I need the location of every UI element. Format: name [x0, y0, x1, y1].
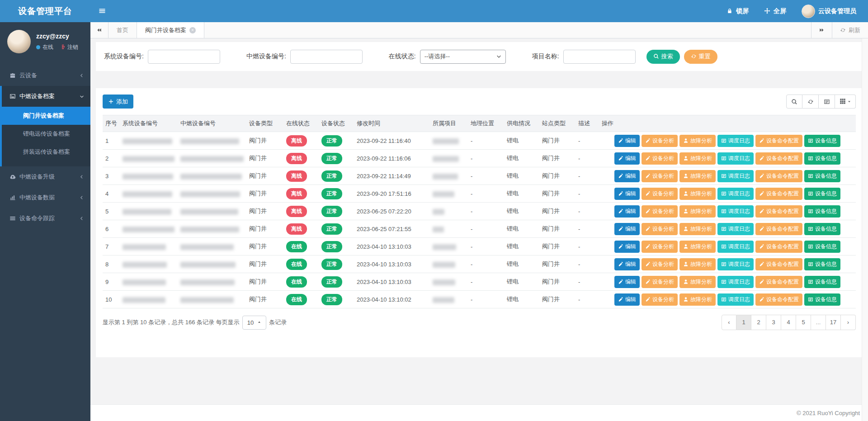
row-action-button[interactable]: 设备分析	[642, 293, 678, 306]
row-action-button[interactable]: 设备信息	[804, 188, 840, 200]
row-action-button[interactable]: 设备命令配置	[755, 170, 802, 182]
table-detail-view-button[interactable]	[819, 95, 835, 109]
row-action-button[interactable]: 调度日志	[717, 241, 754, 253]
tab-refresh-button[interactable]: 刷新	[832, 22, 868, 38]
lock-screen-button[interactable]: 锁屏	[726, 7, 749, 15]
row-action-button[interactable]: 故障分析	[679, 152, 716, 165]
row-action-button[interactable]: 调度日志	[717, 258, 754, 270]
tabs-scroll-left-button[interactable]	[90, 22, 108, 38]
row-action-button[interactable]: 调度日志	[717, 205, 754, 218]
row-action-button[interactable]: 编辑	[614, 135, 640, 147]
logout-button[interactable]: 注销	[60, 43, 78, 51]
page-button[interactable]: 3	[766, 315, 781, 330]
row-action-button[interactable]: 设备分析	[642, 276, 678, 288]
row-action-button[interactable]: 设备命令配置	[755, 276, 802, 288]
fullscreen-button[interactable]: 全屏	[764, 7, 786, 15]
sidebar-menu-item[interactable]: 中燃设备数据	[0, 187, 90, 208]
row-action-button[interactable]: 编辑	[614, 293, 640, 306]
row-action-button[interactable]: 设备分析	[642, 241, 678, 253]
row-action-button[interactable]: 设备信息	[804, 293, 840, 306]
tab-home[interactable]: 首页	[108, 22, 137, 38]
row-action-button[interactable]: 设备分析	[642, 188, 678, 200]
row-action-button[interactable]: 故障分析	[679, 135, 716, 147]
sidebar-toggle-button[interactable]	[90, 7, 114, 15]
row-action-button[interactable]: 设备分析	[642, 135, 678, 147]
row-action-button[interactable]: 设备信息	[804, 241, 840, 253]
page-button[interactable]: 1	[736, 315, 751, 330]
row-action-button[interactable]: 设备信息	[804, 135, 840, 147]
project-name-input[interactable]	[563, 50, 636, 64]
table-columns-button[interactable]	[835, 95, 856, 109]
row-action-button[interactable]: 调度日志	[717, 135, 754, 147]
page-button[interactable]: 17	[826, 315, 841, 330]
row-action-button[interactable]: 调度日志	[717, 152, 754, 165]
search-button[interactable]: 搜索	[646, 50, 680, 64]
row-action-button[interactable]: 故障分析	[679, 293, 716, 306]
table-refresh-button[interactable]	[802, 95, 819, 109]
sidebar-menu-item[interactable]: 中燃设备升级	[0, 166, 90, 187]
page-prev-button[interactable]: ‹	[722, 315, 736, 330]
row-action-button[interactable]: 编辑	[614, 258, 640, 270]
row-action-button[interactable]: 编辑	[614, 205, 640, 218]
row-action-button[interactable]: 设备信息	[804, 170, 840, 182]
tab-valve-well-archive[interactable]: 阀门井设备档案 ×	[137, 22, 204, 38]
row-action-button[interactable]: 设备信息	[804, 152, 840, 165]
page-button[interactable]: 2	[751, 315, 766, 330]
row-action-button[interactable]: 编辑	[614, 241, 640, 253]
row-action-button[interactable]: 故障分析	[679, 241, 716, 253]
row-action-button[interactable]: 设备命令配置	[755, 258, 802, 270]
row-action-button[interactable]: 设备命令配置	[755, 223, 802, 235]
system-device-no-input[interactable]	[148, 50, 220, 64]
sidebar-submenu-item[interactable]: 阀门井设备档案	[2, 107, 90, 125]
row-action-button[interactable]: 设备分析	[642, 223, 678, 235]
row-action-button[interactable]: 编辑	[614, 276, 640, 288]
row-action-button[interactable]: 编辑	[614, 152, 640, 165]
row-action-button[interactable]: 设备分析	[642, 258, 678, 270]
row-action-button[interactable]: 调度日志	[717, 293, 754, 306]
sidebar-menu-item[interactable]: 中燃设备档案	[2, 86, 90, 107]
sidebar-avatar[interactable]	[7, 30, 31, 53]
row-action-button[interactable]: 故障分析	[679, 188, 716, 200]
row-action-button[interactable]: 编辑	[614, 223, 640, 235]
page-button[interactable]: 5	[796, 315, 811, 330]
row-action-button[interactable]: 编辑	[614, 188, 640, 200]
row-action-button[interactable]: 设备命令配置	[755, 205, 802, 218]
row-action-button[interactable]: 调度日志	[717, 170, 754, 182]
online-status-select[interactable]: --请选择--	[420, 50, 506, 64]
tab-close-icon[interactable]: ×	[189, 27, 196, 33]
page-size-select[interactable]: 10	[242, 316, 266, 330]
sidebar-submenu-item[interactable]: 拼装远传设备档案	[2, 143, 90, 161]
scrollbar[interactable]	[862, 38, 868, 421]
row-action-button[interactable]: 故障分析	[679, 258, 716, 270]
zr-device-no-input[interactable]	[290, 50, 363, 64]
row-action-button[interactable]: 设备分析	[642, 205, 678, 218]
row-action-button[interactable]: 调度日志	[717, 223, 754, 235]
sidebar-menu-item[interactable]: 云设备	[0, 65, 90, 86]
row-action-button[interactable]: 设备分析	[642, 152, 678, 165]
row-action-button[interactable]: 故障分析	[679, 223, 716, 235]
row-action-button[interactable]: 故障分析	[679, 170, 716, 182]
reset-button[interactable]: 重置	[684, 50, 717, 64]
row-action-button[interactable]: 设备命令配置	[755, 241, 802, 253]
row-action-button[interactable]: 调度日志	[717, 276, 754, 288]
sidebar-submenu-item[interactable]: 锂电远传设备档案	[2, 125, 90, 143]
row-action-button[interactable]: 故障分析	[679, 276, 716, 288]
row-action-button[interactable]: 编辑	[614, 170, 640, 182]
row-action-button[interactable]: 设备信息	[804, 223, 840, 235]
row-action-button[interactable]: 设备信息	[804, 276, 840, 288]
sidebar-menu-item[interactable]: 设备命令跟踪	[0, 208, 90, 229]
row-action-button[interactable]: 设备命令配置	[755, 152, 802, 165]
page-next-button[interactable]: ›	[841, 315, 856, 330]
row-action-button[interactable]: 调度日志	[717, 188, 754, 200]
row-action-button[interactable]: 设备信息	[804, 258, 840, 270]
row-action-button[interactable]: 设备命令配置	[755, 293, 802, 306]
table-search-toggle-button[interactable]	[786, 95, 802, 109]
row-action-button[interactable]: 故障分析	[679, 205, 716, 218]
row-action-button[interactable]: 设备分析	[642, 170, 678, 182]
row-action-button[interactable]: 设备信息	[804, 205, 840, 218]
row-action-button[interactable]: 设备命令配置	[755, 188, 802, 200]
row-action-button[interactable]: 设备命令配置	[755, 135, 802, 147]
page-button[interactable]: 4	[781, 315, 796, 330]
user-menu[interactable]: 云设备管理员	[802, 5, 856, 18]
tabs-scroll-right-button[interactable]	[811, 22, 832, 38]
